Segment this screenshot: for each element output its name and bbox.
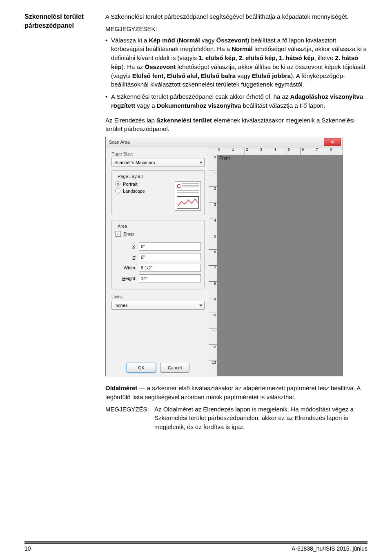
bullet-1: • Válassza ki a Kép mód (Normál vagy Öss…: [105, 36, 368, 89]
page-footer: 10 A-61838_hu/ISIS 2015. június: [24, 542, 368, 552]
ruler-tick: 8: [329, 147, 343, 155]
t: Szkennelési terület: [156, 117, 212, 124]
thumb-line: [177, 190, 199, 191]
landscape-radio[interactable]: Landscape: [115, 188, 172, 193]
page-layout-group: Page Layout Portrait Landscap: [111, 170, 205, 215]
ruler-tick: 4: [273, 147, 287, 155]
thumb-line: [182, 185, 199, 186]
ruler-tick: 3: [259, 147, 273, 155]
snap-label: Snap: [123, 231, 134, 236]
section-heading-l1: Szkennelési terület: [24, 13, 84, 20]
landscape-label: Landscape: [123, 189, 145, 193]
section-heading-l2: párbeszédpanel: [24, 22, 74, 29]
bullet-dot: •: [105, 36, 111, 89]
ruler-corner: [209, 147, 217, 155]
height-label: Height:: [115, 276, 136, 281]
note-2-text: Az Oldalméret az Elrendezés lapon is meg…: [154, 405, 368, 431]
select-intro: Az Elrendezés lap Szkennelési terület el…: [105, 116, 368, 134]
t: Összevont: [145, 63, 176, 70]
thumb-c-icon: C: [177, 183, 181, 189]
units-combo[interactable]: Inches: [111, 301, 205, 310]
preview-area: 0 1 2 3 4 5 6 7 8 0 1: [209, 147, 343, 376]
ruler-tick: 11: [209, 329, 217, 344]
portrait-radio[interactable]: Portrait: [115, 181, 172, 187]
height-input[interactable]: 14": [139, 274, 201, 282]
page-size-label-text: P: [111, 151, 114, 156]
dialog-titlebar: Scan Area ✕: [106, 137, 343, 147]
y-input[interactable]: 0": [139, 253, 201, 261]
close-icon: ✕: [331, 140, 334, 144]
t: ). Ha az: [122, 63, 145, 70]
bullet-2: • A Szkennelési terület párbeszédpanel c…: [105, 92, 368, 110]
page-layout-label: Page Layout: [116, 174, 145, 179]
ruler-tick: 9: [209, 297, 217, 313]
ruler-tick: 3: [209, 202, 217, 218]
width-label: Width:: [115, 265, 136, 270]
t: Dokumentumhoz viszonyítva: [157, 102, 241, 109]
note-2-tag: MEGJEGYZÉS:: [105, 405, 154, 431]
t: 1. elülső kép, 2. elülső kép, 1. hátsó k…: [198, 54, 314, 61]
page-size-combo[interactable]: Scanner's Maximum: [111, 158, 205, 167]
x-input[interactable]: 0": [139, 242, 201, 251]
width-input[interactable]: 8 1/2": [139, 264, 201, 272]
page-number: 10: [24, 545, 31, 552]
front-label: Front: [219, 156, 230, 160]
chevron-down-icon: [199, 304, 203, 307]
t: A Szkennelési terület párbeszédpanel csa…: [111, 93, 290, 100]
ruler-tick: 7: [315, 147, 329, 155]
ruler-tick: 2: [245, 147, 258, 155]
ruler-tick: 4: [209, 218, 217, 234]
doc-id: A-61838_hu/ISIS 2015. június: [292, 545, 368, 552]
y-value: 0": [141, 255, 145, 260]
units-label: Units:: [111, 294, 205, 299]
area-group: Area ✓ Snap X: 0" Y:: [111, 220, 205, 289]
note-2: MEGJEGYZÉS: Az Oldalméret az Elrendezés …: [105, 405, 368, 431]
page-size-label: Page Size:: [111, 151, 205, 156]
ruler-tick: 6: [209, 249, 217, 265]
notes-label: MEGJEGYZÉSEK:: [105, 24, 368, 33]
height-value: 14": [141, 276, 147, 281]
t: Oldalméret: [105, 384, 137, 391]
cancel-label: Cancel: [168, 365, 182, 370]
ruler-tick: 0: [209, 155, 217, 171]
t: Összevont: [216, 37, 247, 44]
ruler-tick: 6: [301, 147, 314, 155]
t: vagy: [200, 37, 216, 44]
ruler-tick: 5: [209, 234, 217, 250]
section-heading: Szkennelési terület párbeszédpanel: [24, 12, 94, 30]
horizontal-ruler: 0 1 2 3 4 5 6 7 8: [217, 147, 343, 155]
x-value: 0": [141, 244, 145, 249]
t: vagy a: [135, 102, 157, 109]
radio-unchecked-icon: [115, 188, 120, 193]
ok-label: OK: [138, 365, 145, 370]
ruler-tick: 5: [287, 147, 301, 155]
t: Válassza ki a: [111, 37, 149, 44]
thumb-line: [182, 183, 199, 184]
area-label: Area: [116, 224, 129, 229]
x-label: X:: [115, 244, 136, 249]
close-button[interactable]: ✕: [324, 138, 341, 146]
t: Normál: [232, 45, 253, 52]
t: (: [175, 37, 179, 44]
t: Kép mód: [149, 37, 175, 44]
units-value: Inches: [114, 303, 127, 308]
preview-canvas[interactable]: Front: [217, 155, 343, 376]
ruler-tick: 7: [209, 265, 217, 281]
t: beállítást választja a Fő lapon.: [241, 102, 325, 109]
ruler-tick: 10: [209, 313, 217, 329]
dialog-title: Scan Area: [109, 140, 130, 144]
intro-paragraph: A Szkennelési terület párbeszédpanel seg…: [105, 12, 368, 21]
t: Normál: [179, 37, 200, 44]
width-value: 8 1/2": [141, 265, 152, 270]
cancel-button[interactable]: Cancel: [160, 363, 189, 373]
ruler-tick: 1: [231, 147, 245, 155]
snap-checkbox[interactable]: ✓ Snap: [115, 231, 201, 237]
bullet-dot: •: [105, 92, 111, 110]
ok-button[interactable]: OK: [127, 363, 156, 373]
bullet-2-text: A Szkennelési terület párbeszédpanel csa…: [111, 92, 368, 110]
ruler-tick: 0: [217, 147, 231, 155]
t: Az Elrendezés lap: [105, 117, 156, 124]
thumb-line: [182, 187, 199, 187]
thumb-chart: [177, 196, 199, 209]
footer-rule: [24, 541, 368, 542]
